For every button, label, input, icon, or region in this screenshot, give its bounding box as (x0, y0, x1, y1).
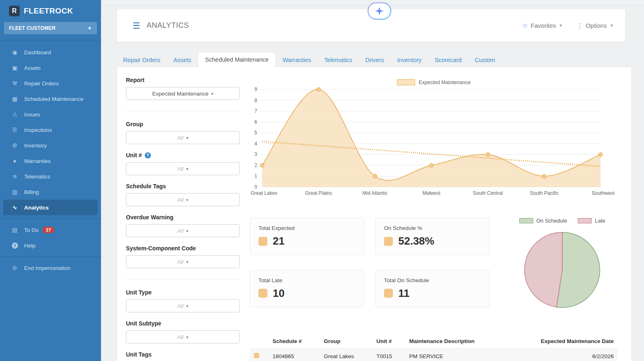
favorites-dropdown[interactable]: ☆ Favorites ▼ (522, 22, 563, 29)
tab-scorecard[interactable]: Scorecard (428, 53, 468, 67)
sidebar-item-label: End Impersonation (24, 265, 70, 271)
sidebar-item-analytics[interactable]: ∿Analytics (3, 200, 98, 215)
clipboard-icon: ▤ (10, 227, 19, 233)
filter-group: Unit TypeAll▾ (126, 289, 240, 312)
brand-name: FLEETROCK (24, 7, 73, 16)
filter-dropdown-overdue-warning[interactable]: All▾ (126, 224, 240, 237)
sidebar-item-assets[interactable]: ▣Assets (0, 60, 101, 76)
tab-inventory[interactable]: Inventory (390, 53, 428, 67)
dropdown-value: All (177, 228, 183, 234)
data-point (317, 88, 321, 91)
chevron-down-icon: ▼ (559, 23, 563, 28)
list-icon: ☰ (10, 127, 19, 133)
filter-dropdown-unit-subtype[interactable]: All▾ (126, 330, 240, 343)
x-category-label: South Pacific (530, 190, 559, 196)
tab-scheduled-maintenance[interactable]: Scheduled Maintenance (198, 52, 276, 68)
table-header-row: Schedule #GroupUnit #Maintenance Descrip… (250, 335, 618, 349)
data-point (486, 153, 490, 156)
sidebar-item-scheduled-maintenance[interactable]: ▦Scheduled Maintenance (0, 91, 101, 107)
sidebar-item-dashboard[interactable]: ◉Dashboard (0, 45, 101, 60)
filter-label: Unit Subtype (126, 320, 161, 327)
options-dropdown[interactable]: ⋮ Options ▼ (577, 22, 614, 29)
filter-label: Unit # (126, 152, 142, 158)
dropdown-value: All (177, 197, 183, 203)
sidebar-item-end-impersonation[interactable]: ⊘End Impersonation (0, 260, 101, 276)
sidebar-item-label: Scheduled Maintenance (24, 96, 83, 102)
filter-label: Unit Type (126, 289, 152, 296)
column-header: Group (320, 335, 372, 349)
sidebar-item-inventory[interactable]: ⚙Inventory (0, 138, 101, 153)
y-tick-label: 3 (254, 152, 257, 157)
stat-label: Total On Schedule (384, 277, 481, 283)
tab-drivers[interactable]: Drivers (359, 53, 390, 67)
chevron-down-icon: ▾ (186, 260, 188, 264)
schedule-table-body: 1804865Great LakesT0015PM SERVICE6/2/202… (250, 349, 618, 361)
stats-row: Total Expected21On Schedule %52.38%Total… (250, 218, 618, 313)
sidebar-item-billing[interactable]: ▥Billing (0, 184, 101, 200)
dropdown-value: All (177, 303, 183, 309)
data-point (260, 163, 264, 167)
x-category-label: Mid Atlantic (362, 190, 387, 196)
sidebar-item-label: Billing (24, 189, 39, 195)
tab-warranties[interactable]: Warranties (276, 53, 318, 67)
sidebar-item-warranties[interactable]: ●Warranties (0, 153, 101, 169)
help-icon[interactable]: ? (145, 152, 151, 158)
brand: R FLEETROCK (0, 0, 101, 20)
stat-value: 52.38% (398, 235, 434, 247)
stat-value: 11 (398, 287, 410, 300)
warning-icon: ⚠ (10, 111, 19, 118)
legend-swatch (519, 218, 533, 223)
pie-slice-late (525, 232, 562, 307)
tab-assets[interactable]: Assets (167, 53, 198, 67)
pie-chart-legend: On ScheduleLate (519, 218, 605, 224)
filter-dropdown-group[interactable]: All▾ (126, 131, 240, 144)
tab-telematics[interactable]: Telematics (318, 53, 359, 67)
column-header: Maintenance Description (405, 335, 506, 349)
sidebar-item-inspections[interactable]: ☰Inspections (0, 122, 101, 138)
filter-dropdown-system-component-code[interactable]: All▾ (126, 255, 240, 268)
tab-repair-orders[interactable]: Repair Orders (117, 53, 167, 67)
sidebar: R FLEETROCK FLEET CUSTOMER ▼ ◉Dashboard▣… (0, 0, 101, 361)
hamburger-menu-icon[interactable]: ☰ (132, 21, 140, 31)
tab-custom[interactable]: Custom (468, 53, 502, 67)
sidebar-item-telematics[interactable]: ≋Telematics (0, 169, 101, 184)
filter-dropdown-report[interactable]: Expected Maintenance▾ (126, 87, 240, 100)
filter-dropdown-unit-[interactable]: All▾ (126, 162, 240, 175)
sidebar-item-issues[interactable]: ⚠Issues (0, 107, 101, 122)
chevron-down-icon: ▼ (88, 26, 92, 31)
chevron-down-icon: ▾ (186, 304, 188, 308)
sidebar-item-repair-orders[interactable]: ⚒Repair Orders (0, 76, 101, 91)
x-category-label: South Central (473, 190, 503, 196)
stat-square-icon (258, 289, 267, 298)
y-tick-label: 4 (254, 141, 257, 147)
table-row[interactable]: 1804865Great LakesT0015PM SERVICE6/2/202… (250, 349, 618, 361)
filter-dropdown-schedule-tags[interactable]: All▾ (126, 193, 240, 206)
stats-grid: Total Expected21On Schedule %52.38%Total… (250, 218, 490, 313)
area-chart: Expected Maintenance 0123456789Great Lak… (250, 77, 618, 198)
fleet-customer-dropdown[interactable]: FLEET CUSTOMER ▼ (4, 22, 97, 34)
page-title: ANALYTICS (147, 21, 189, 30)
stat-card: Total Late10 (250, 270, 364, 308)
filter-panel: ReportExpected Maintenance▾GroupAll▾Unit… (126, 77, 240, 361)
ai-assistant-button[interactable] (368, 2, 391, 20)
pie-legend-item: Late (578, 218, 605, 224)
x-category-label: Great Lakes (251, 190, 277, 196)
pie-legend-item: On Schedule (519, 218, 567, 224)
report-content: ReportExpected Maintenance▾GroupAll▾Unit… (117, 67, 632, 361)
filter-dropdown-unit-type[interactable]: All▾ (126, 299, 240, 312)
cell-group: Great Lakes (320, 349, 372, 361)
legend-swatch (397, 79, 415, 85)
sidebar-nav: ◉Dashboard▣Assets⚒Repair Orders▦Schedule… (0, 40, 101, 276)
cell-unit: T0015 (372, 349, 405, 361)
filter-group: Unit #?All▾ (126, 152, 240, 175)
sidebar-item-help[interactable]: ?Help (0, 238, 101, 253)
stat-value: 10 (273, 287, 285, 300)
sidebar-item-todo[interactable]: ▤To Do27 (0, 222, 101, 238)
dropdown-value: All (177, 135, 183, 141)
sidebar-item-label: Help (24, 243, 36, 249)
wifi-icon: ≋ (10, 173, 19, 180)
filter-divider (126, 279, 240, 279)
area-fill (262, 89, 601, 187)
filter-label: Unit Tags (126, 351, 152, 358)
y-tick-label: 2 (254, 163, 257, 168)
